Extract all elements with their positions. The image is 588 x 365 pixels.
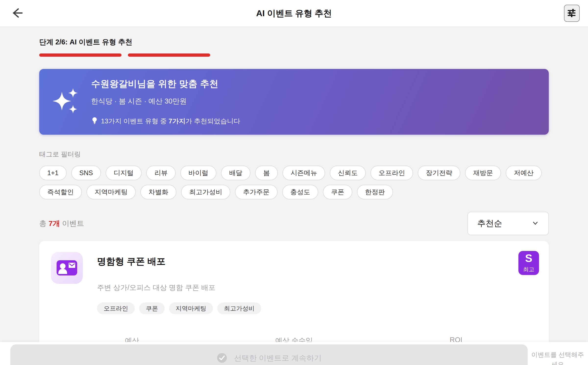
tag-chip[interactable]: 즉석할인	[39, 185, 82, 199]
recommendation-banner: 수원왕갈비님을 위한 맞춤 추천 한식당 · 봄 시즌 · 예산 30만원 13…	[39, 69, 549, 135]
sparkles-icon	[50, 86, 80, 116]
tag-filter-chips: 1+1 SNS 디지털 리뷰 바이럴 배달 봄 시즌메뉴 신뢰도 오프라인 장기…	[39, 166, 549, 199]
event-tag: 쿠폰	[139, 302, 165, 314]
event-card-main: 명함형 쿠폰 배포 주변 상가/오피스 대상 명함 쿠폰 배포 오프라인 쿠폰 …	[97, 252, 537, 314]
banner-texts: 수원왕갈비님을 위한 맞춤 추천 한식당 · 봄 시즌 · 예산 30만원 13…	[91, 78, 240, 126]
page-title: AI 이벤트 유형 추천	[256, 8, 332, 19]
tag-chip[interactable]: 1+1	[39, 166, 67, 180]
grade-label: 최고	[523, 266, 534, 273]
header: AI 이벤트 유형 추천	[0, 0, 588, 27]
sliders-icon	[567, 8, 577, 19]
filter-label: 태그로 필터링	[39, 150, 549, 159]
banner-note-text: 13가지 이벤트 유형 중 7가지가 추천되었습니다	[101, 117, 240, 126]
tag-chip[interactable]: 바이럴	[180, 166, 216, 180]
selection-hint: 이벤트를 선택해주세요	[529, 350, 586, 365]
tag-chip[interactable]: 차별화	[140, 185, 176, 199]
progress-bar	[39, 53, 549, 57]
grade-badge: S 최고	[518, 251, 539, 275]
tag-chip[interactable]: 장기전략	[418, 166, 460, 180]
event-card-head: 명함형 쿠폰 배포 주변 상가/오피스 대상 명함 쿠폰 배포 오프라인 쿠폰 …	[51, 252, 537, 314]
tag-chip[interactable]: 오프라인	[370, 166, 413, 180]
banner-note: 13가지 이벤트 유형 중 7가지가 추천되었습니다	[91, 117, 240, 126]
tag-chip[interactable]: 봄	[255, 166, 278, 180]
sort-dropdown[interactable]: 추천순	[467, 212, 549, 235]
event-tag: 지역마케팅	[169, 302, 213, 314]
step-label: 단계 2/6: AI 이벤트 유형 추천	[39, 37, 549, 47]
grade-letter: S	[525, 253, 532, 264]
tag-chip[interactable]: SNS	[71, 166, 101, 180]
event-title: 명함형 쿠폰 배포	[97, 255, 537, 268]
tag-chip[interactable]: 최고가성비	[181, 185, 230, 199]
summary-row: 총 7개 이벤트 추천순	[39, 212, 549, 235]
bottom-bar: 선택한 이벤트로 계속하기 이벤트를 선택해주세요	[0, 342, 588, 365]
tag-chip[interactable]: 디지털	[106, 166, 142, 180]
event-count-text: 총 7개 이벤트	[39, 219, 84, 229]
tag-chip[interactable]: 시즌메뉴	[282, 166, 325, 180]
continue-button-label: 선택한 이벤트로 계속하기	[234, 353, 322, 363]
event-count-number: 7개	[49, 219, 60, 227]
tag-chip[interactable]: 저예산	[506, 166, 542, 180]
content: 단계 2/6: AI 이벤트 유형 추천 수원왕갈비님을 위한 맞춤 추천 한식…	[0, 37, 588, 365]
chevron-down-icon	[532, 219, 539, 228]
business-card-icon	[51, 252, 83, 284]
banner-subtitle: 한식당 · 봄 시즌 · 예산 30만원	[91, 96, 240, 106]
tag-chip[interactable]: 재방문	[465, 166, 501, 180]
continue-button[interactable]: 선택한 이벤트로 계속하기	[10, 344, 528, 365]
event-tags: 오프라인 쿠폰 지역마케팅 최고가성비	[97, 302, 537, 314]
tag-chip[interactable]: 추가주문	[235, 185, 278, 199]
arrow-left-icon	[11, 7, 24, 20]
tag-chip[interactable]: 쿠폰	[323, 185, 352, 199]
tag-chip[interactable]: 리뷰	[146, 166, 176, 180]
event-description: 주변 상가/오피스 대상 명함 쿠폰 배포	[97, 283, 537, 293]
tag-chip[interactable]: 한정판	[357, 185, 393, 199]
lightbulb-icon	[91, 117, 98, 126]
tag-chip[interactable]: 신뢰도	[330, 166, 366, 180]
event-tag: 최고가성비	[217, 302, 261, 314]
tag-chip[interactable]: 배달	[221, 166, 250, 180]
back-button[interactable]	[11, 6, 24, 20]
tag-chip[interactable]: 지역마케팅	[86, 185, 136, 199]
sort-selected-value: 추천순	[477, 218, 502, 229]
progress-segment	[128, 53, 210, 57]
banner-title: 수원왕갈비님을 위한 맞춤 추천	[91, 78, 240, 90]
tag-chip[interactable]: 충성도	[282, 185, 318, 199]
check-circle-icon	[216, 352, 228, 364]
filter-settings-button[interactable]	[564, 5, 580, 22]
progress-segment	[39, 53, 122, 57]
page: AI 이벤트 유형 추천 단계 2/6: AI 이벤트 유형 추천	[0, 0, 588, 365]
event-tag: 오프라인	[97, 302, 135, 314]
